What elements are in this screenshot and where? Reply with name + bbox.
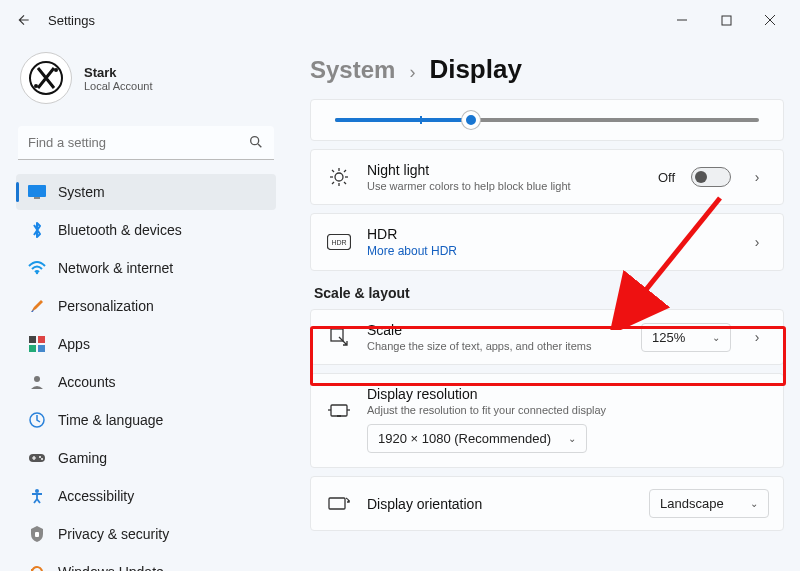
update-icon <box>28 563 46 571</box>
search-icon <box>248 134 264 153</box>
orientation-card[interactable]: Display orientation Landscape ⌄ <box>310 476 784 531</box>
svg-rect-13 <box>38 336 45 343</box>
wifi-icon <box>28 259 46 277</box>
breadcrumb-parent[interactable]: System <box>310 56 395 84</box>
apps-icon <box>28 335 46 353</box>
chevron-right-icon[interactable]: › <box>745 234 769 250</box>
svg-point-6 <box>34 84 38 88</box>
paintbrush-icon <box>28 297 46 315</box>
svg-rect-9 <box>28 185 46 197</box>
hdr-title: HDR <box>367 226 731 242</box>
svg-point-20 <box>41 458 43 460</box>
scale-icon <box>325 327 353 347</box>
chevron-down-icon: ⌄ <box>568 433 576 444</box>
brightness-slider[interactable] <box>335 118 759 122</box>
svg-line-28 <box>332 170 334 172</box>
hdr-link[interactable]: More about HDR <box>367 244 731 258</box>
window-controls <box>660 4 792 36</box>
resolution-title: Display resolution <box>367 386 769 402</box>
arrow-left-icon <box>17 13 31 27</box>
orientation-title: Display orientation <box>367 496 635 512</box>
profile-subtitle: Local Account <box>84 80 153 92</box>
sidebar-item-accounts[interactable]: Accounts <box>16 364 276 400</box>
slider-thumb[interactable] <box>462 111 480 129</box>
section-scale-layout: Scale & layout <box>314 285 784 301</box>
sidebar-item-label: Apps <box>58 336 90 352</box>
chevron-right-icon: › <box>409 62 415 83</box>
sidebar-item-system[interactable]: System <box>16 174 276 210</box>
nav-list: System Bluetooth & devices Network & int… <box>16 174 276 571</box>
close-button[interactable] <box>748 4 792 36</box>
sidebar: Stark Local Account System Bluetooth & d… <box>0 40 290 571</box>
svg-text:HDR: HDR <box>331 239 346 246</box>
night-light-toggle[interactable] <box>691 167 731 187</box>
sidebar-item-personalization[interactable]: Personalization <box>16 288 276 324</box>
sidebar-item-label: Gaming <box>58 450 107 466</box>
maximize-button[interactable] <box>704 4 748 36</box>
sidebar-item-privacy[interactable]: Privacy & security <box>16 516 276 552</box>
window-title: Settings <box>48 13 95 28</box>
svg-rect-14 <box>29 345 36 352</box>
hdr-icon: HDR <box>325 234 353 250</box>
chevron-right-icon[interactable]: › <box>745 329 769 345</box>
night-light-title: Night light <box>367 162 644 178</box>
sidebar-item-gaming[interactable]: Gaming <box>16 440 276 476</box>
page-title: Display <box>429 54 522 85</box>
sidebar-item-label: Accessibility <box>58 488 134 504</box>
sidebar-item-windows-update[interactable]: Windows Update <box>16 554 276 571</box>
sidebar-item-apps[interactable]: Apps <box>16 326 276 362</box>
sidebar-item-label: System <box>58 184 105 200</box>
night-light-state-label: Off <box>658 170 675 185</box>
shield-icon <box>28 525 46 543</box>
orientation-value: Landscape <box>660 496 724 511</box>
sidebar-item-label: Personalization <box>58 298 154 314</box>
hdr-card[interactable]: HDR HDR More about HDR › <box>310 213 784 271</box>
sidebar-item-time-language[interactable]: Time & language <box>16 402 276 438</box>
sidebar-item-bluetooth[interactable]: Bluetooth & devices <box>16 212 276 248</box>
maximize-icon <box>721 15 732 26</box>
minimize-button[interactable] <box>660 4 704 36</box>
svg-line-29 <box>344 182 346 184</box>
sidebar-item-label: Windows Update <box>58 564 164 571</box>
minimize-icon <box>676 14 688 26</box>
slider-tick <box>420 116 422 124</box>
person-icon <box>28 373 46 391</box>
sidebar-item-label: Accounts <box>58 374 116 390</box>
sidebar-item-network[interactable]: Network & internet <box>16 250 276 286</box>
accessibility-icon <box>28 487 46 505</box>
scale-select[interactable]: 125% ⌄ <box>641 323 731 352</box>
night-light-icon <box>325 167 353 187</box>
orientation-select[interactable]: Landscape ⌄ <box>649 489 769 518</box>
profile-name: Stark <box>84 65 153 80</box>
clock-globe-icon <box>28 411 46 429</box>
night-light-card[interactable]: Night light Use warmer colors to help bl… <box>310 149 784 205</box>
scale-title: Scale <box>367 322 627 338</box>
gaming-icon <box>28 449 46 467</box>
scale-card[interactable]: Scale Change the size of text, apps, and… <box>310 309 784 365</box>
svg-rect-39 <box>329 498 345 509</box>
resolution-select[interactable]: 1920 × 1080 (Recommended) ⌄ <box>367 424 587 453</box>
orientation-icon <box>325 496 353 512</box>
resolution-value: 1920 × 1080 (Recommended) <box>378 431 551 446</box>
back-button[interactable] <box>8 4 40 36</box>
svg-point-23 <box>335 173 343 181</box>
chevron-down-icon: ⌄ <box>712 332 720 343</box>
resolution-card[interactable]: Display resolution Adjust the resolution… <box>310 373 784 468</box>
svg-line-30 <box>344 170 346 172</box>
breadcrumb: System › Display <box>310 48 784 99</box>
svg-rect-12 <box>29 336 36 343</box>
chevron-right-icon[interactable]: › <box>745 169 769 185</box>
sidebar-item-label: Time & language <box>58 412 163 428</box>
svg-point-21 <box>35 489 39 493</box>
sidebar-item-accessibility[interactable]: Accessibility <box>16 478 276 514</box>
svg-point-16 <box>34 376 40 382</box>
svg-rect-35 <box>331 405 347 416</box>
scale-subtitle: Change the size of text, apps, and other… <box>367 340 627 352</box>
search-input[interactable] <box>18 126 274 160</box>
profile-block[interactable]: Stark Local Account <box>16 40 276 122</box>
svg-line-31 <box>332 182 334 184</box>
resolution-subtitle: Adjust the resolution to fit your connec… <box>367 404 769 416</box>
sidebar-item-label: Bluetooth & devices <box>58 222 182 238</box>
slider-fill <box>335 118 471 122</box>
svg-rect-15 <box>38 345 45 352</box>
